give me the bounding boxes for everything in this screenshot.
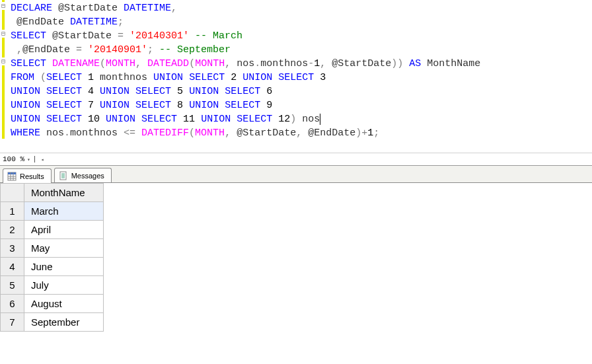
tab-results-label: Results bbox=[20, 172, 44, 180]
type-datetime: DATETIME bbox=[70, 17, 118, 28]
results-grid[interactable]: MonthName 1March2April3May4June5July6Aug… bbox=[0, 183, 104, 332]
kw-from: FROM bbox=[11, 72, 34, 83]
grid-corner[interactable] bbox=[1, 184, 24, 202]
table-row[interactable]: 4June bbox=[1, 258, 104, 276]
row-number[interactable]: 2 bbox=[1, 221, 24, 239]
kw-declare: DECLARE bbox=[11, 3, 52, 14]
svg-rect-1 bbox=[8, 172, 16, 174]
table-row[interactable]: 1March bbox=[1, 202, 104, 221]
row-number[interactable]: 4 bbox=[1, 258, 24, 276]
row-number[interactable]: 5 bbox=[1, 276, 24, 295]
cell-monthname[interactable]: August bbox=[24, 295, 104, 313]
table-row[interactable]: 3May bbox=[1, 239, 104, 258]
punct-comma: , bbox=[171, 3, 177, 14]
kw-select: SELECT bbox=[11, 58, 46, 69]
tab-results[interactable]: Results bbox=[3, 168, 52, 183]
gutter bbox=[0, 0, 7, 153]
var-startdate: @StartDate bbox=[52, 30, 112, 42]
zoom-value[interactable]: 100 % bbox=[3, 155, 24, 163]
sql-editor-region: DECLARE @StartDate DATETIME, @EndDate DA… bbox=[0, 0, 592, 153]
fold-toggle[interactable] bbox=[0, 0, 7, 14]
separator bbox=[34, 156, 38, 163]
comment: -- September bbox=[153, 44, 231, 55]
string-literal: '20140301' bbox=[130, 30, 189, 42]
kw-where: WHERE bbox=[11, 127, 40, 139]
cell-monthname[interactable]: April bbox=[24, 221, 104, 239]
column-header-monthname[interactable]: MonthName bbox=[24, 184, 104, 202]
func-datediff: DATEDIFF bbox=[141, 127, 189, 139]
tab-messages[interactable]: Messages bbox=[54, 168, 112, 182]
zoom-bar: 100 % ▾ ◂ bbox=[0, 153, 592, 166]
table-row[interactable]: 5July bbox=[1, 276, 104, 295]
results-tab-bar: Results Messages bbox=[0, 166, 592, 183]
row-number[interactable]: 1 bbox=[1, 202, 24, 221]
cell-monthname[interactable]: July bbox=[24, 276, 104, 295]
page-icon bbox=[59, 171, 68, 180]
type-datetime: DATETIME bbox=[124, 3, 171, 14]
var-enddate: @EndDate bbox=[17, 17, 64, 28]
fold-toggle[interactable] bbox=[0, 28, 7, 42]
tab-messages-label: Messages bbox=[71, 172, 104, 180]
row-number[interactable]: 3 bbox=[1, 239, 24, 258]
table-row[interactable]: 7September bbox=[1, 313, 104, 332]
var-enddate: @EndDate bbox=[22, 44, 70, 55]
svg-rect-6 bbox=[60, 172, 66, 180]
func-datename: DATENAME bbox=[52, 58, 100, 69]
sql-editor[interactable]: DECLARE @StartDate DATETIME, @EndDate DA… bbox=[7, 0, 592, 153]
cell-monthname[interactable]: May bbox=[24, 239, 104, 258]
zoom-dropdown-icon[interactable]: ▾ bbox=[27, 157, 30, 163]
chevron-left-icon[interactable]: ◂ bbox=[41, 157, 44, 163]
cell-monthname[interactable]: June bbox=[24, 258, 104, 276]
punct-semi: ; bbox=[118, 17, 124, 28]
var-startdate: @StartDate bbox=[58, 3, 118, 14]
table-row[interactable]: 2April bbox=[1, 221, 104, 239]
results-grid-region: MonthName 1March2April3May4June5July6Aug… bbox=[0, 183, 592, 364]
func-dateadd: DATEADD bbox=[147, 58, 189, 69]
string-literal: '20140901' bbox=[88, 44, 147, 55]
cell-monthname[interactable]: September bbox=[24, 313, 104, 332]
grid-icon bbox=[7, 172, 17, 181]
table-row[interactable]: 6August bbox=[1, 295, 104, 313]
fold-toggle[interactable] bbox=[0, 55, 7, 69]
kw-select: SELECT bbox=[11, 30, 46, 42]
row-number[interactable]: 7 bbox=[1, 313, 24, 332]
row-number[interactable]: 6 bbox=[1, 295, 24, 313]
comment: -- March bbox=[189, 30, 242, 42]
cell-monthname[interactable]: March bbox=[24, 202, 104, 221]
